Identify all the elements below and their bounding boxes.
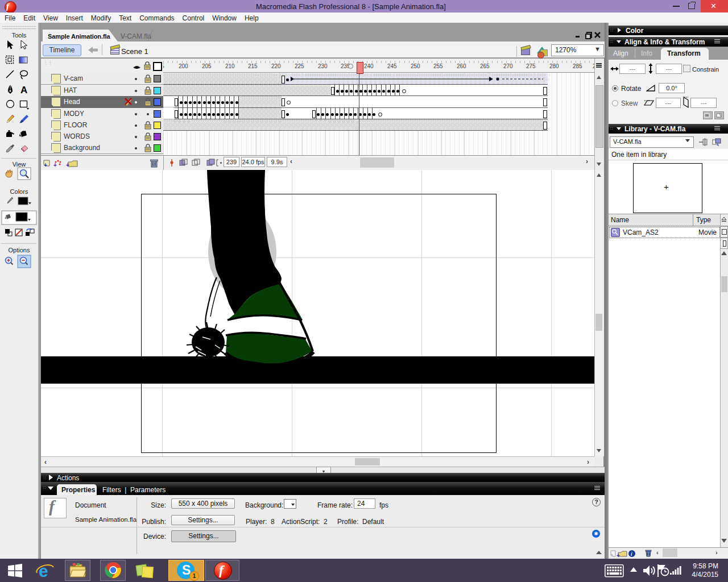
svg-text:+: + bbox=[53, 162, 57, 168]
svg-text:+: + bbox=[44, 162, 47, 168]
svg-text:+: + bbox=[66, 162, 69, 168]
svg-text:+: + bbox=[610, 552, 613, 558]
svg-text:e: e bbox=[39, 562, 48, 580]
svg-text:A: A bbox=[20, 85, 27, 95]
svg-text:+: + bbox=[617, 552, 620, 558]
